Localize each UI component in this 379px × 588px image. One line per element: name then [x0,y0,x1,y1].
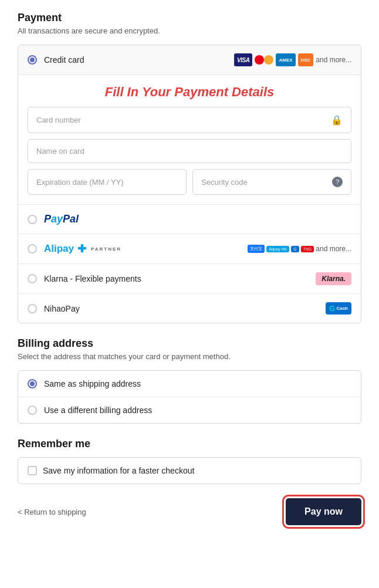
expiry-security-row: Expiration date (MM / YY) Security code … [28,169,351,195]
credit-card-fields: Fill In Your Payment Details Card number… [18,75,361,205]
name-on-card-field[interactable]: Name on card [28,139,351,163]
klarna-badge: Klarna. [316,272,351,285]
payment-subtitle: All transactions are secure and encrypte… [18,26,361,35]
different-billing-radio[interactable] [28,405,37,415]
alipay-partner-text: PARTNER [91,246,121,252]
paypal-radio[interactable] [28,215,37,224]
pay-now-button[interactable]: Pay now [286,498,361,525]
different-billing-label: Use a different billing address [44,405,152,415]
klarna-radio[interactable] [28,274,37,283]
billing-section: Billing address Select the address that … [18,337,361,424]
card-number-placeholder: Card number [36,116,81,124]
alipay-logo: Alipay ✚ PARTNER [44,242,121,255]
same-as-shipping-option[interactable]: Same as shipping address [18,371,361,397]
payment-title: Payment [18,12,361,24]
save-info-label: Save my information for a faster checkou… [43,466,194,475]
nihaopay-option[interactable]: NihaoPay G Cash [18,294,361,323]
gcash-g-icon: G [329,304,335,313]
footer: < Return to shipping Pay now [18,498,361,525]
zhifubao-icon: 支付宝 [248,245,265,253]
paypal-text-pal: Pal [63,213,79,225]
gcash-text: Cash [336,306,348,311]
alipay-plus-icon: ✚ [77,242,86,255]
credit-card-radio[interactable] [28,55,37,65]
alipay-radio[interactable] [28,244,37,254]
name-placeholder: Name on card [36,147,84,156]
security-code-field[interactable]: Security code ? [192,169,351,195]
remember-me-section: Remember me Save my information for a fa… [18,438,361,484]
card-icons: VISA AMEX DISC and more... [234,53,351,66]
paypal-text-p: P [44,213,51,225]
save-info-checkbox-box[interactable]: Save my information for a faster checkou… [18,457,361,484]
alipay-option[interactable]: Alipay ✚ PARTNER 支付宝 Alipay HK G TNG and… [18,234,361,264]
alipay-and-more: and more... [316,245,351,253]
remember-me-title: Remember me [18,438,361,450]
paypal-text-ay: ay [51,213,63,225]
alipayhk-icon: Alipay HK [266,246,289,252]
nihaopay-gcash-badge: G Cash [326,302,351,315]
discover-icon: DISC [298,53,314,66]
billing-title: Billing address [18,337,361,350]
alipay-text: Alipay [44,243,74,255]
card-number-field[interactable]: Card number 🔒 [28,107,351,133]
nihaopay-label: NihaoPay [44,304,326,313]
billing-subtitle: Select the address that matches your car… [18,352,361,361]
security-help-icon[interactable]: ? [332,177,343,187]
expiry-field[interactable]: Expiration date (MM / YY) [28,169,187,195]
security-placeholder: Security code [201,178,248,187]
gcash-alipay-icon: G [291,246,299,252]
lock-icon: 🔒 [331,114,343,126]
paypal-logo: P ay Pal [44,213,79,225]
mastercard-icon [255,54,273,66]
paypal-option[interactable]: P ay Pal [18,205,361,234]
payment-options-box: Credit card VISA AMEX DISC and more... F… [18,45,361,323]
save-info-checkbox[interactable] [28,466,37,475]
nihaopay-radio[interactable] [28,304,37,313]
fill-in-label: Fill In Your Payment Details [28,85,351,100]
credit-card-label: Credit card [44,55,234,65]
credit-card-option[interactable]: Credit card VISA AMEX DISC and more... [18,45,361,75]
visa-icon: VISA [234,53,252,66]
tng-icon: TNG [301,246,314,252]
same-as-shipping-radio[interactable] [28,379,37,388]
expiry-placeholder: Expiration date (MM / YY) [36,178,124,187]
alipay-payment-icons: 支付宝 Alipay HK G TNG and more... [248,245,351,253]
amex-icon: AMEX [276,53,295,66]
klarna-option[interactable]: Klarna - Flexible payments Klarna. [18,264,361,294]
address-options-box: Same as shipping address Use a different… [18,370,361,424]
return-to-shipping-link[interactable]: < Return to shipping [18,508,86,516]
klarna-label: Klarna - Flexible payments [44,274,316,283]
and-more-label: and more... [316,56,351,64]
same-as-shipping-label: Same as shipping address [44,379,141,388]
different-billing-option[interactable]: Use a different billing address [18,397,361,423]
